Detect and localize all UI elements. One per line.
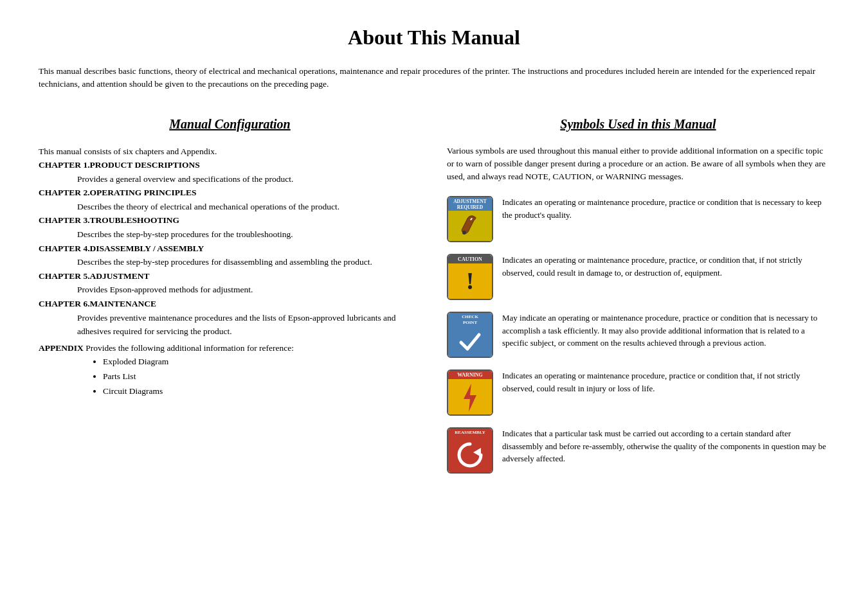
appendix-heading: APPENDIX bbox=[39, 343, 84, 353]
chapter-3-desc: Describes the step-by-step procedures fo… bbox=[39, 227, 421, 242]
symbol-row-reassembly: REASSEMBLY Indicates that a particular t… bbox=[447, 427, 829, 474]
svg-point-0 bbox=[462, 231, 466, 235]
checkpoint-icon-label: CHECKPOINT bbox=[448, 313, 492, 326]
intro-paragraph: This manual describes basic functions, t… bbox=[39, 65, 829, 91]
appendix-bullet-3: Circuit Diagrams bbox=[103, 384, 421, 399]
reassembly-desc: Indicates that a particular task must be… bbox=[502, 427, 829, 465]
chapter-4-desc: Describes the step-by-step procedures fo… bbox=[39, 255, 421, 269]
reassembly-icon-label: REASSEMBLY bbox=[448, 429, 492, 436]
warning-icon-label: WARNING bbox=[448, 371, 492, 379]
symbols-intro: Various symbols are used throughout this… bbox=[447, 145, 829, 184]
symbol-row-checkpoint: CHECKPOINT May indicate an operating or … bbox=[447, 312, 829, 358]
symbol-row-caution: CAUTION ! Indicates an operating or main… bbox=[447, 254, 829, 300]
symbol-row-adjustment: ADJUSTMENTREQUIRED Indicates an operatin… bbox=[447, 196, 829, 242]
chapter-6-desc: Provides preventive maintenance procedur… bbox=[39, 311, 421, 339]
caution-icon: CAUTION ! bbox=[447, 254, 493, 300]
chapter-list-intro: This manual consists of six chapters and… bbox=[39, 145, 421, 159]
adjustment-icon-label: ADJUSTMENTREQUIRED bbox=[448, 197, 492, 211]
chapter-1-heading: CHAPTER 1.PRODUCT DESCRIPTIONS bbox=[39, 160, 200, 170]
right-section-title: Symbols Used in this Manual bbox=[447, 117, 829, 132]
chapter-1: CHAPTER 1.PRODUCT DESCRIPTIONS Provides … bbox=[39, 158, 421, 186]
chapter-4: CHAPTER 4.DISASSEMBLY / ASSEMBLY Describ… bbox=[39, 242, 421, 269]
chapter-list: This manual consists of six chapters and… bbox=[39, 145, 421, 400]
chapter-5-heading: CHAPTER 5.ADJUSTMENT bbox=[39, 271, 150, 281]
appendix-bullet-2: Parts List bbox=[103, 369, 421, 384]
reassembly-icon: REASSEMBLY bbox=[447, 427, 493, 474]
chapter-6-heading: CHAPTER 6.MAINTENANCE bbox=[39, 299, 156, 308]
chapter-5-desc: Provides Epson-approved methods for adju… bbox=[39, 283, 421, 297]
chapter-5: CHAPTER 5.ADJUSTMENT Provides Epson-appr… bbox=[39, 269, 421, 297]
checkpoint-icon-graphic bbox=[448, 326, 492, 357]
adjustment-icon-graphic bbox=[448, 211, 492, 241]
adjustment-desc: Indicates an operating or maintenance pr… bbox=[502, 196, 829, 221]
svg-marker-3 bbox=[464, 384, 476, 412]
left-column: Manual Configuration This manual consist… bbox=[39, 117, 421, 486]
adjustment-icon: ADJUSTMENTREQUIRED bbox=[447, 196, 493, 242]
symbol-row-warning: WARNING Indicates an operating or mainte… bbox=[447, 369, 829, 416]
appendix-inline-text: Provides the following additional inform… bbox=[84, 343, 294, 353]
page-title: About This Manual bbox=[39, 26, 829, 49]
svg-text:!: ! bbox=[466, 267, 475, 294]
left-section-title: Manual Configuration bbox=[39, 117, 421, 132]
checkpoint-icon: CHECKPOINT bbox=[447, 312, 493, 358]
warning-icon: WARNING bbox=[447, 369, 493, 416]
caution-icon-label: CAUTION bbox=[448, 255, 492, 263]
caution-icon-graphic: ! bbox=[448, 263, 492, 299]
svg-marker-4 bbox=[473, 448, 481, 457]
chapter-2: CHAPTER 2.OPERATING PRINCIPLES Describes… bbox=[39, 186, 421, 213]
chapter-1-desc: Provides a general overview and specific… bbox=[39, 172, 421, 186]
warning-desc: Indicates an operating or maintenance pr… bbox=[502, 369, 829, 395]
two-column-layout: Manual Configuration This manual consist… bbox=[39, 117, 829, 486]
appendix-bullet-1: Exploded Diagram bbox=[103, 355, 421, 369]
chapter-2-desc: Describes the theory of electrical and m… bbox=[39, 200, 421, 214]
chapter-6: CHAPTER 6.MAINTENANCE Provides preventiv… bbox=[39, 297, 421, 339]
appendix-block: APPENDIX Provides the following addition… bbox=[39, 341, 421, 399]
checkpoint-desc: May indicate an operating or maintenance… bbox=[502, 312, 829, 350]
reassembly-icon-graphic bbox=[448, 436, 492, 473]
appendix-bullet-list: Exploded Diagram Parts List Circuit Diag… bbox=[39, 355, 421, 399]
caution-desc: Indicates an operating or maintenance pr… bbox=[502, 254, 829, 279]
warning-icon-graphic bbox=[448, 379, 492, 414]
chapter-4-heading: CHAPTER 4.DISASSEMBLY / ASSEMBLY bbox=[39, 244, 204, 253]
right-column: Symbols Used in this Manual Various symb… bbox=[447, 117, 829, 486]
chapter-3: CHAPTER 3.TROUBLESHOOTING Describes the … bbox=[39, 213, 421, 241]
chapter-3-heading: CHAPTER 3.TROUBLESHOOTING bbox=[39, 215, 179, 225]
chapter-2-heading: CHAPTER 2.OPERATING PRINCIPLES bbox=[39, 188, 196, 197]
